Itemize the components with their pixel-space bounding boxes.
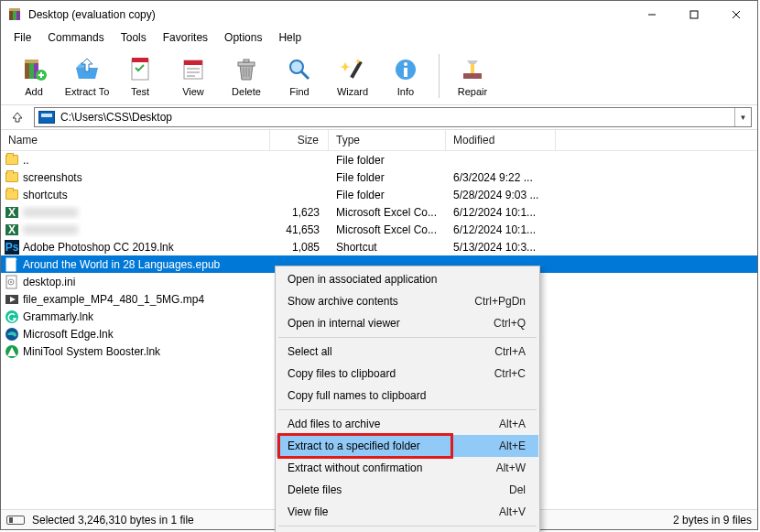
svg-rect-39: [6, 258, 16, 271]
wizard-icon: [338, 55, 367, 84]
list-header: Name Size Type Modified: [1, 129, 757, 151]
file-row[interactable]: PsAdobe Photoshop CC 2019.lnk1,085Shortc…: [1, 238, 757, 255]
svg-point-29: [404, 62, 407, 66]
file-name: desktop.ini: [23, 276, 75, 288]
svg-rect-16: [184, 60, 202, 65]
ctx-add-files-to-archive[interactable]: Add files to archiveAlt+A: [277, 413, 538, 435]
menu-commands[interactable]: Commands: [40, 29, 111, 46]
svg-rect-0: [9, 10, 13, 20]
file-row[interactable]: shortcutsFile folder5/28/2024 9:03 ...: [1, 186, 757, 203]
column-name[interactable]: Name: [1, 130, 270, 150]
ctx-extract-to-a-specified-folder[interactable]: Extract to a specified folderAlt+E: [277, 435, 538, 457]
svg-rect-5: [690, 11, 698, 18]
maximize-button[interactable]: [673, 1, 715, 28]
file-modified: 6/12/2024 10:1...: [446, 206, 556, 219]
file-name: MiniTool System Booster.lnk: [23, 345, 160, 358]
svg-line-26: [301, 71, 309, 79]
ctx-open-in-internal-viewer[interactable]: Open in internal viewerCtrl+Q: [277, 312, 538, 334]
toolbar-find[interactable]: Find: [274, 49, 325, 103]
menu-tools[interactable]: Tools: [114, 29, 154, 46]
repair-icon: [458, 55, 487, 84]
svg-text:X: X: [8, 206, 16, 219]
file-type: Microsoft Excel Co...: [329, 223, 446, 236]
file-size: 1,085: [270, 241, 329, 254]
toolbar-wizard[interactable]: Wizard: [327, 49, 378, 103]
toolbar-view[interactable]: View: [168, 49, 219, 103]
toolbar-label: Repair: [458, 86, 487, 97]
toolbar-label: Delete: [232, 86, 261, 97]
ctx-delete-files[interactable]: Delete filesDel: [277, 479, 538, 501]
epub-icon: [5, 257, 19, 272]
column-modified[interactable]: Modified: [446, 130, 556, 150]
toolbar-delete[interactable]: Delete: [221, 49, 272, 103]
ctx-shortcut: Ctrl+Q: [494, 317, 526, 330]
ctx-label: Extract to a specified folder: [288, 440, 420, 452]
menu-file[interactable]: File: [6, 29, 38, 46]
ctx-show-archive-contents[interactable]: Show archive contentsCtrl+PgDn: [277, 290, 538, 312]
svg-rect-21: [244, 60, 249, 62]
file-type: File folder: [329, 189, 446, 201]
ctx-label: Copy full names to clipboard: [288, 389, 426, 402]
svg-rect-27: [350, 60, 362, 78]
toolbar-label: Wizard: [337, 86, 368, 97]
svg-rect-31: [463, 73, 482, 79]
svg-rect-9: [29, 62, 34, 79]
toolbar-extract-to[interactable]: Extract To: [61, 49, 113, 103]
minimize-button[interactable]: [631, 1, 673, 28]
ctx-select-all[interactable]: Select allCtrl+A: [277, 341, 538, 363]
ctx-label: Delete files: [288, 483, 342, 496]
file-name: shortcuts: [23, 189, 68, 201]
test-icon: [125, 55, 155, 84]
file-type: File folder: [329, 154, 446, 167]
toolbar-repair[interactable]: Repair: [447, 49, 498, 103]
toolbar-test[interactable]: Test: [114, 49, 166, 103]
ctx-shortcut: Ctrl+PgDn: [474, 295, 526, 308]
toolbar-add[interactable]: Add: [8, 49, 60, 103]
column-size[interactable]: Size: [270, 130, 329, 150]
folder-icon: [5, 188, 19, 202]
info-icon: [391, 55, 420, 84]
context-menu: Open in associated applicationShow archi…: [275, 266, 540, 532]
svg-text:X: X: [8, 223, 16, 236]
status-right: 2 bytes in 9 files: [673, 514, 752, 527]
menu-options[interactable]: Options: [217, 29, 269, 46]
toolbar-label: Info: [397, 86, 414, 97]
path-dropdown-button[interactable]: ▼: [734, 108, 751, 126]
toolbar-info[interactable]: Info: [380, 49, 431, 103]
file-row[interactable]: screenshotsFile folder6/3/2024 9:22 ...: [1, 168, 757, 186]
ctx-copy-full-names-to-clipboard[interactable]: Copy full names to clipboard: [277, 385, 538, 407]
ctx-label: Select all: [288, 345, 332, 358]
file-size: 1,623: [270, 206, 329, 219]
ctx-view-file[interactable]: View fileAlt+V: [277, 501, 538, 523]
ctx-label: Add files to archive: [288, 418, 380, 430]
drive-icon: [38, 111, 55, 124]
ctx-shortcut: Del: [509, 483, 526, 496]
menu-favorites[interactable]: Favorites: [156, 29, 215, 46]
svg-rect-3: [9, 8, 20, 11]
svg-rect-20: [238, 62, 255, 66]
file-name: screenshots: [23, 171, 82, 184]
up-button[interactable]: [6, 108, 28, 126]
file-row[interactable]: X41,653Microsoft Excel Co...6/12/2024 10…: [1, 221, 757, 238]
ctx-open-in-associated-application[interactable]: Open in associated application: [277, 268, 538, 290]
path-box[interactable]: C:\Users\CSS\Desktop ▼: [34, 107, 752, 127]
grammarly-icon: [5, 309, 19, 324]
close-button[interactable]: [715, 1, 757, 28]
ctx-extract-without-confirmation[interactable]: Extract without confirmationAlt+W: [277, 457, 538, 479]
ctx-shortcut: Alt+E: [499, 440, 526, 452]
file-row[interactable]: X1,623Microsoft Excel Co...6/12/2024 10:…: [1, 203, 757, 221]
svg-point-42: [10, 281, 12, 283]
svg-text:Ps: Ps: [5, 241, 19, 254]
ctx-shortcut: Ctrl+A: [494, 345, 526, 358]
file-row[interactable]: ..File folder: [1, 151, 757, 168]
ctx-shortcut: Ctrl+C: [494, 367, 526, 380]
toolbar-label: Test: [131, 86, 149, 97]
excel-icon: X: [5, 223, 19, 237]
ctx-copy-files-to-clipboard[interactable]: Copy files to clipboardCtrl+C: [277, 363, 538, 385]
menu-help[interactable]: Help: [271, 29, 309, 46]
mp4-icon: [5, 292, 19, 307]
path-text: C:\Users\CSS\Desktop: [60, 111, 729, 124]
file-modified: 6/12/2024 10:1...: [446, 223, 556, 236]
column-type[interactable]: Type: [329, 130, 446, 150]
file-modified: 5/13/2024 10:3...: [446, 241, 556, 254]
